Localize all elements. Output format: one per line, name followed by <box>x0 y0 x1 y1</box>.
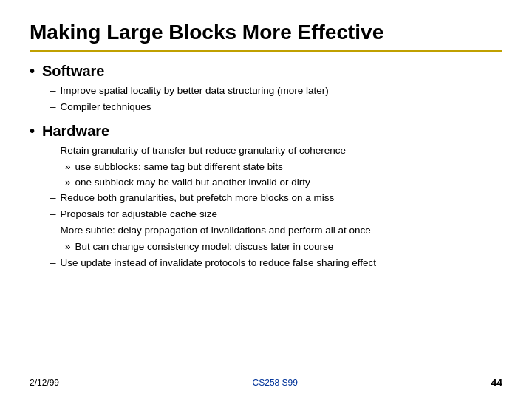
sub-sub-items-0: » use subblocks: same tag but different … <box>65 160 502 190</box>
slide-content: • Software – Improve spatial locality by… <box>30 62 502 270</box>
dash-icon: – <box>50 100 56 115</box>
raquo-icon: » <box>65 176 71 190</box>
list-item: – Proposals for adjustable cache size <box>50 208 502 222</box>
list-item: – Retain granularity of transfer but red… <box>50 144 502 190</box>
bullet-software: • Software <box>30 62 502 80</box>
software-item-2: Compiler techniques <box>61 100 151 115</box>
bullet-dot-1: • <box>30 62 35 80</box>
list-item: » use subblocks: same tag but different … <box>65 160 502 174</box>
raquo-icon: » <box>65 240 71 254</box>
dash-icon: – <box>50 84 56 98</box>
footer-course: CS258 S99 <box>253 378 298 388</box>
bullet-hardware-label: Hardware <box>42 122 109 140</box>
hardware-item-3: – More subtle: delay propagation of inva… <box>50 224 502 238</box>
slide-title: Making Large Blocks More Effective <box>30 21 502 52</box>
list-item: – More subtle: delay propagation of inva… <box>50 224 502 254</box>
raquo-icon: » <box>65 160 71 174</box>
dash-icon: – <box>50 191 56 205</box>
dash-icon: – <box>50 256 56 270</box>
list-item: – Compiler techniques <box>50 100 502 115</box>
footer-date: 2/12/99 <box>30 378 59 388</box>
hardware-item-0: – Retain granularity of transfer but red… <box>50 144 502 158</box>
footer-page: 44 <box>491 377 502 389</box>
dash-icon: – <box>50 224 56 238</box>
bullet-dot-2: • <box>30 122 35 140</box>
bullet-hardware: • Hardware <box>30 122 502 140</box>
software-item-1: Improve spatial locality by better data … <box>61 84 329 98</box>
hardware-sub-items: – Retain granularity of transfer but red… <box>50 144 502 270</box>
list-item: – Improve spatial locality by better dat… <box>50 84 502 98</box>
sub-sub-items-3: » But can change consistency model: disc… <box>65 240 502 254</box>
list-item: – Use update instead of invalidate proto… <box>50 256 502 270</box>
dash-icon: – <box>50 144 56 158</box>
bullet-software-label: Software <box>42 62 104 80</box>
list-item: » one subblock may be valid but another … <box>65 176 502 190</box>
list-item: » But can change consistency model: disc… <box>65 240 502 254</box>
slide: Making Large Blocks More Effective • Sof… <box>0 0 532 399</box>
software-sub-items: – Improve spatial locality by better dat… <box>50 84 502 115</box>
list-item: – Reduce both granularities, but prefetc… <box>50 191 502 205</box>
dash-icon: – <box>50 208 56 222</box>
slide-footer: 2/12/99 CS258 S99 44 <box>30 377 502 389</box>
